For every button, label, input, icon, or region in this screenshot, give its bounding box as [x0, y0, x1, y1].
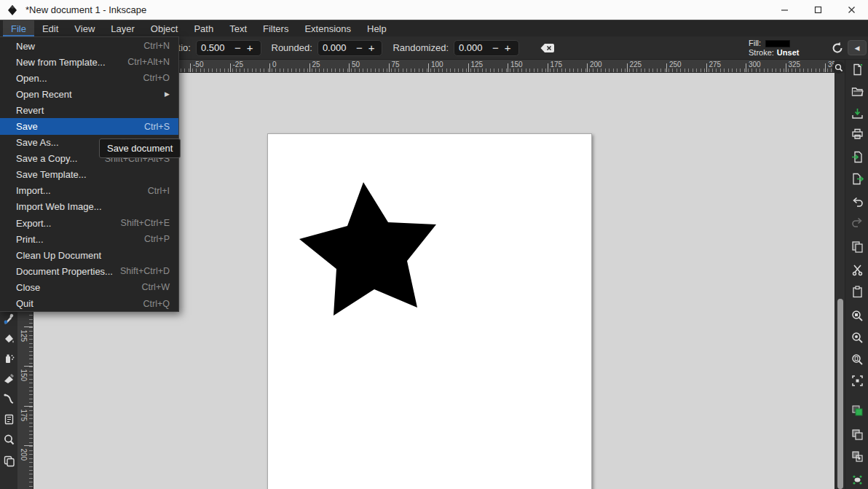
reset-defaults-icon[interactable]	[540, 42, 556, 55]
menu-item-open-recent[interactable]: Open Recent▶	[0, 86, 178, 102]
increment-button-1[interactable]: +	[366, 42, 378, 53]
menu-item-shortcut: Shift+Ctrl+D	[120, 266, 170, 276]
menu-item-save[interactable]: SaveCtrl+S	[0, 118, 178, 134]
menu-item-new[interactable]: NewCtrl+N	[0, 38, 178, 54]
menubar-item-file[interactable]: File	[3, 20, 34, 36]
menubar-item-path[interactable]: Path	[186, 20, 221, 36]
increment-button-2[interactable]: +	[502, 42, 514, 53]
menu-item-label: Print...	[16, 234, 44, 245]
increment-button-0[interactable]: +	[244, 42, 256, 53]
menubar-item-extensions[interactable]: Extensions	[296, 20, 359, 36]
ruler-tick	[786, 63, 786, 72]
measure-tool-icon[interactable]	[1, 412, 16, 426]
ruler-tick	[309, 63, 310, 72]
cut-icon[interactable]	[850, 262, 864, 277]
menu-item-import[interactable]: Import...Ctrl+I	[0, 183, 178, 199]
fill-color-swatch[interactable]	[765, 40, 790, 47]
menu-item-label: Export...	[16, 218, 51, 229]
spinbox-1[interactable]: 0.000−+	[317, 40, 383, 56]
ruler-label: 175	[551, 60, 563, 69]
spinbox-2[interactable]: 0.000−+	[454, 40, 519, 56]
save-icon[interactable]	[850, 106, 864, 120]
menu-item-label: Import Web Image...	[16, 201, 102, 212]
spinbox-0[interactable]: 0.500−+	[196, 40, 261, 56]
close-button[interactable]	[835, 0, 868, 20]
import-icon[interactable]	[850, 149, 864, 164]
ruler-label: 150	[20, 369, 28, 378]
menu-item-revert[interactable]: Revert	[0, 102, 178, 118]
minimize-button[interactable]	[768, 0, 801, 20]
menubar-item-object[interactable]: Object	[143, 20, 186, 36]
copy-icon[interactable]	[850, 239, 864, 254]
group-icon[interactable]	[850, 427, 864, 442]
menubar-item-text[interactable]: Text	[221, 20, 255, 36]
menu-item-label: Save Template...	[16, 169, 87, 180]
ruler-tick	[24, 406, 33, 407]
connector-tool-icon[interactable]	[1, 391, 16, 406]
collapse-toolbar-button[interactable]: ◀	[848, 40, 867, 55]
fill-label: Fill:	[749, 39, 761, 48]
star-object[interactable]	[299, 182, 436, 316]
spinbox-value-0[interactable]: 0.500	[201, 42, 232, 53]
ruler-label: 225	[630, 60, 642, 69]
undo-icon[interactable]	[850, 195, 864, 209]
menu-item-label: Revert	[16, 105, 44, 116]
stroke-label: Stroke:	[749, 48, 774, 58]
ruler-tick	[627, 63, 628, 72]
fill-stroke-icon[interactable]	[850, 403, 864, 418]
maximize-button[interactable]	[801, 0, 835, 20]
align-distribute-icon[interactable]	[850, 472, 864, 487]
vertical-scrollbar[interactable]	[835, 73, 845, 489]
ruler-tick	[548, 63, 548, 72]
export-icon[interactable]	[850, 171, 864, 186]
menubar-item-filters[interactable]: Filters	[255, 20, 296, 36]
menu-item-save-template[interactable]: Save Template...	[0, 167, 178, 183]
ruler-tick	[190, 63, 191, 72]
paint-bucket-tool-icon[interactable]	[1, 331, 16, 345]
spray-tool-icon[interactable]	[1, 351, 16, 365]
scrollbar-thumb[interactable]	[837, 299, 843, 489]
zoom-selection-icon[interactable]	[850, 308, 864, 323]
ungroup-icon[interactable]	[850, 449, 864, 463]
menu-item-clean-up-document[interactable]: Clean Up Document	[0, 247, 178, 263]
pages-tool-icon[interactable]	[1, 453, 16, 468]
menu-item-new-from-template[interactable]: New from Template...Ctrl+Alt+N	[0, 54, 178, 70]
menu-item-label: Save	[16, 121, 38, 132]
spinbox-value-2[interactable]: 0.000	[459, 42, 489, 53]
open-folder-icon[interactable]	[850, 84, 864, 98]
decrement-button-0[interactable]: −	[232, 42, 244, 53]
reset-rotation-icon[interactable]	[830, 41, 845, 55]
menubar-item-view[interactable]: View	[66, 20, 103, 36]
menubar-item-edit[interactable]: Edit	[34, 20, 66, 36]
eraser-tool-icon[interactable]	[1, 371, 16, 386]
menubar-item-help[interactable]: Help	[359, 20, 395, 36]
menu-item-open[interactable]: Open...Ctrl+O	[0, 70, 178, 86]
zoom-tool-icon[interactable]	[1, 432, 16, 447]
paste-icon[interactable]	[850, 284, 864, 299]
menu-item-import-web-image[interactable]: Import Web Image...	[0, 199, 178, 215]
menu-item-print[interactable]: Print...Ctrl+P	[0, 231, 178, 247]
menu-item-label: Close	[16, 282, 40, 293]
view-frame-icon[interactable]	[850, 373, 864, 388]
fill-stroke-indicator[interactable]: Fill: Stroke: Unset	[749, 39, 799, 58]
zoom-page-icon[interactable]	[850, 352, 864, 367]
menu-item-document-properties[interactable]: Document Properties...Shift+Ctrl+D	[0, 263, 178, 279]
ruler-label: -25	[233, 60, 243, 69]
menu-item-label: Import...	[16, 185, 51, 196]
commands-bar-right	[845, 60, 868, 489]
quick-zoom-icon[interactable]	[832, 61, 845, 74]
print-icon[interactable]	[850, 126, 864, 141]
menubar-item-layer[interactable]: Layer	[103, 20, 143, 36]
ruler-tick	[269, 63, 270, 72]
menu-item-close[interactable]: CloseCtrl+W	[0, 279, 178, 295]
menu-item-quit[interactable]: QuitCtrl+Q	[0, 296, 178, 312]
spinbox-value-1[interactable]: 0.000	[323, 42, 353, 53]
menu-item-export[interactable]: Export...Shift+Ctrl+E	[0, 215, 178, 231]
dropper-tool-icon[interactable]	[1, 311, 16, 326]
decrement-button-2[interactable]: −	[489, 42, 502, 53]
document-page[interactable]	[267, 133, 592, 489]
decrement-button-1[interactable]: −	[353, 42, 366, 53]
window-title: *New document 1 - Inkscape	[25, 4, 146, 15]
zoom-drawing-icon[interactable]	[850, 330, 864, 345]
new-document-icon[interactable]	[850, 62, 864, 77]
